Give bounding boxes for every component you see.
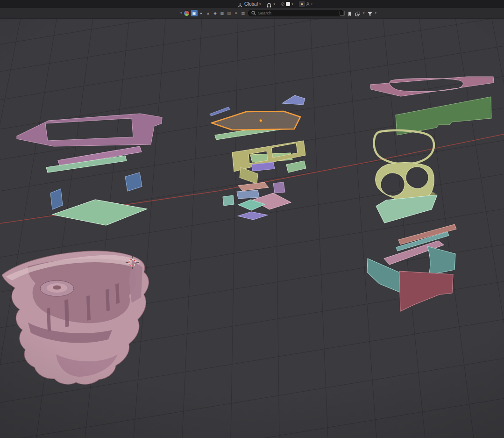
orientation-chevron-icon[interactable]: ▾ <box>259 2 261 6</box>
mode-toggle-strip: ▣●▲◆▦▤≡▥ <box>191 10 247 16</box>
falloff-swatch-icon[interactable] <box>286 2 290 6</box>
toggle-diamond-button[interactable]: ◆ <box>212 10 219 16</box>
teal-chip-left[interactable] <box>223 195 234 206</box>
collapse-chevron-icon[interactable]: ▾ <box>180 11 182 15</box>
checkbox-icon[interactable] <box>340 11 345 16</box>
transform-orientation-icon <box>237 1 243 7</box>
toggle-sphere-button[interactable]: ● <box>198 10 205 16</box>
violet-plate-small[interactable] <box>273 182 285 193</box>
toggle-prism-button[interactable]: ▲ <box>205 10 212 16</box>
toggle-select-box-button[interactable]: ▣ <box>191 10 198 16</box>
collection-icon[interactable] <box>355 10 361 16</box>
toggle-lines-button[interactable]: ≡ <box>233 10 240 16</box>
car-scan-hub-core[interactable] <box>53 286 61 290</box>
search-placeholder: Search <box>258 11 272 15</box>
material-sphere-icon[interactable] <box>184 10 190 16</box>
tool-settings-right: ▾ ▾ <box>340 8 376 18</box>
bookmark-icon[interactable] <box>347 10 353 16</box>
snap-chevron-icon[interactable]: ▾ <box>273 2 275 6</box>
annotate-chevron-icon[interactable]: ▾ <box>311 2 313 6</box>
magnifier-icon <box>251 11 256 15</box>
toggle-slab-button[interactable]: ▤ <box>226 10 233 16</box>
collection-chevron-icon[interactable]: ▾ <box>363 11 365 15</box>
viewport-3d[interactable] <box>0 0 504 438</box>
search-input[interactable]: Search <box>248 10 343 16</box>
toggle-grid-button[interactable]: ▦ <box>219 10 226 16</box>
toggle-sheet-button[interactable]: ▥ <box>240 10 247 16</box>
slate-plate[interactable] <box>237 190 259 199</box>
magnet-snap-icon[interactable] <box>266 1 272 7</box>
falloff-chevron-icon[interactable]: ▾ <box>291 2 293 6</box>
selected-panel-origin[interactable] <box>259 119 262 122</box>
orientation-dropdown[interactable]: Global <box>244 0 258 8</box>
filter-funnel-icon[interactable] <box>367 10 373 16</box>
proportional-editing-icon[interactable]: ⊘ <box>281 1 284 7</box>
tool-settings-left: ▾ ▣●▲◆▦▤≡▥ Search <box>180 8 343 18</box>
annotate-icon[interactable]: A <box>306 1 310 7</box>
viewport-header: Global ▾ ▾ ⊘ ▾ ● A ▾ <box>0 0 504 8</box>
snap-target-icon[interactable]: ● <box>299 1 305 7</box>
tool-settings-bar: ▾ ▣●▲◆▦▤≡▥ Search ▾ <box>0 8 504 19</box>
filter-chevron-icon[interactable]: ▾ <box>375 11 377 15</box>
blender-window: Global ▾ ▾ ⊘ ▾ ● A ▾ ▾ ▣●▲◆▦▤≡▥ <box>0 0 504 438</box>
transform-settings-group: Global ▾ ▾ ⊘ ▾ ● A ▾ <box>237 0 312 8</box>
